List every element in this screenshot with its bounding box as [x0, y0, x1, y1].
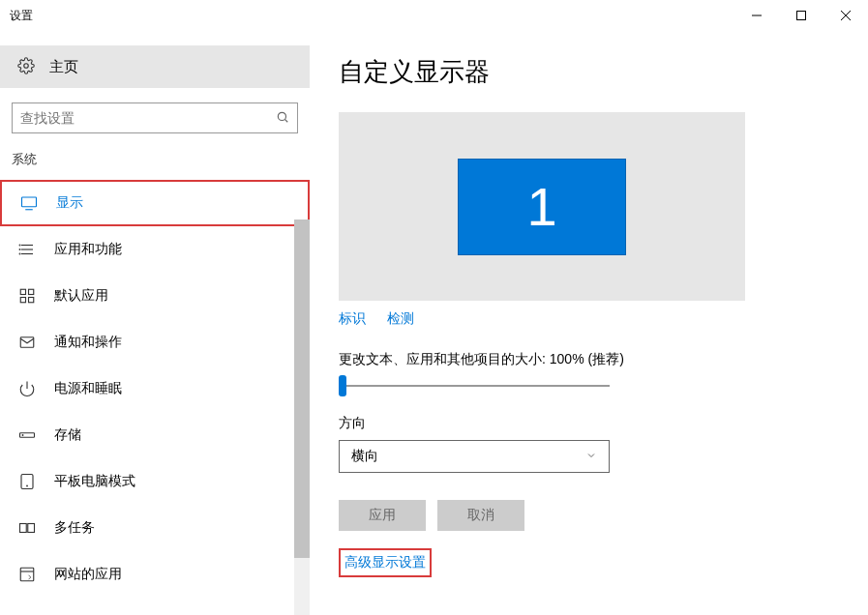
tablet-icon — [17, 472, 37, 491]
minimize-button[interactable] — [734, 0, 779, 31]
sidebar-item-label: 默认应用 — [54, 287, 108, 305]
identify-link[interactable]: 标识 — [339, 310, 366, 328]
orientation-label: 方向 — [339, 415, 839, 432]
svg-point-13 — [19, 249, 20, 250]
detect-link[interactable]: 检测 — [387, 310, 414, 328]
sidebar-item-label: 存储 — [54, 426, 81, 444]
svg-rect-7 — [22, 197, 37, 207]
chevron-down-icon — [585, 449, 597, 464]
apply-button[interactable]: 应用 — [339, 500, 426, 531]
scaling-label: 更改文本、应用和其他项目的大小: 100% (推荐) — [339, 351, 839, 368]
svg-rect-19 — [20, 337, 34, 348]
search-input[interactable] — [20, 110, 276, 126]
sidebar-item-notifications[interactable]: 通知和操作 — [0, 319, 310, 366]
svg-rect-25 — [20, 524, 27, 533]
svg-point-5 — [278, 112, 285, 120]
power-icon — [17, 379, 37, 398]
scrollbar-track[interactable] — [294, 220, 310, 615]
monitor-icon — [19, 193, 39, 213]
svg-point-24 — [27, 485, 28, 486]
webapps-icon — [17, 565, 37, 584]
svg-line-6 — [284, 119, 287, 122]
sidebar-item-label: 多任务 — [54, 519, 95, 537]
window-controls — [734, 0, 868, 31]
display-links: 标识 检测 — [339, 310, 839, 328]
svg-rect-18 — [29, 298, 34, 303]
title-bar: 设置 — [0, 0, 868, 31]
storage-icon — [17, 425, 37, 445]
orientation-select[interactable]: 横向 — [339, 440, 610, 473]
default-apps-icon — [17, 286, 37, 306]
scaling-slider[interactable] — [339, 376, 610, 395]
sidebar-item-label: 平板电脑模式 — [54, 473, 135, 490]
sidebar-item-label: 通知和操作 — [54, 334, 122, 351]
orientation-value: 横向 — [351, 448, 378, 465]
minimize-icon — [752, 11, 762, 20]
slider-thumb[interactable] — [339, 375, 346, 396]
maximize-icon — [796, 11, 806, 20]
multitask-icon — [17, 518, 37, 538]
cancel-button[interactable]: 取消 — [437, 500, 524, 531]
svg-rect-27 — [20, 568, 34, 581]
svg-point-14 — [19, 253, 20, 254]
scrollbar-thumb[interactable] — [294, 220, 310, 558]
notification-icon — [17, 333, 37, 352]
search-icon — [276, 110, 289, 127]
monitor-thumbnail[interactable]: 1 — [458, 159, 626, 255]
sidebar-item-default-apps[interactable]: 默认应用 — [0, 273, 310, 319]
sidebar-item-storage[interactable]: 存储 — [0, 412, 310, 458]
slider-track — [339, 385, 610, 387]
monitor-number: 1 — [526, 175, 556, 238]
main-content: 自定义显示器 1 标识 检测 更改文本、应用和其他项目的大小: 100% (推荐… — [310, 31, 868, 615]
sidebar-item-webapps[interactable]: 网站的应用 — [0, 551, 310, 598]
sidebar-item-power[interactable]: 电源和睡眠 — [0, 366, 310, 412]
action-buttons: 应用 取消 — [339, 500, 839, 531]
nav-list: 显示 应用和功能 默认应用 通知和操作 — [0, 180, 310, 598]
svg-point-4 — [24, 63, 29, 68]
sidebar-item-apps[interactable]: 应用和功能 — [0, 226, 310, 273]
svg-point-12 — [19, 245, 20, 246]
home-button[interactable]: 主页 — [0, 45, 310, 88]
maximize-button[interactable] — [779, 0, 823, 31]
close-icon — [841, 11, 851, 20]
svg-rect-17 — [20, 298, 25, 303]
sidebar-item-label: 电源和睡眠 — [54, 380, 122, 397]
sidebar-item-label: 显示 — [56, 194, 83, 212]
gear-icon — [17, 57, 35, 77]
category-label: 系统 — [0, 151, 310, 168]
home-label: 主页 — [49, 58, 78, 76]
svg-rect-26 — [28, 524, 35, 533]
sidebar-item-label: 应用和功能 — [54, 241, 122, 258]
sidebar: 主页 系统 显示 应用和功能 — [0, 31, 310, 615]
svg-rect-15 — [20, 289, 25, 294]
sidebar-item-multitask[interactable]: 多任务 — [0, 505, 310, 551]
page-title: 自定义显示器 — [339, 55, 839, 89]
svg-rect-1 — [797, 12, 806, 20]
list-icon — [17, 240, 37, 259]
window-title: 设置 — [10, 8, 33, 24]
sidebar-item-display[interactable]: 显示 — [0, 180, 310, 226]
advanced-display-link[interactable]: 高级显示设置 — [339, 548, 432, 577]
close-button[interactable] — [823, 0, 868, 31]
svg-rect-16 — [29, 289, 34, 294]
sidebar-item-label: 网站的应用 — [54, 566, 122, 583]
display-preview: 1 — [339, 112, 745, 301]
svg-point-22 — [22, 435, 23, 436]
sidebar-item-tablet[interactable]: 平板电脑模式 — [0, 458, 310, 505]
search-input-wrap[interactable] — [12, 102, 298, 133]
